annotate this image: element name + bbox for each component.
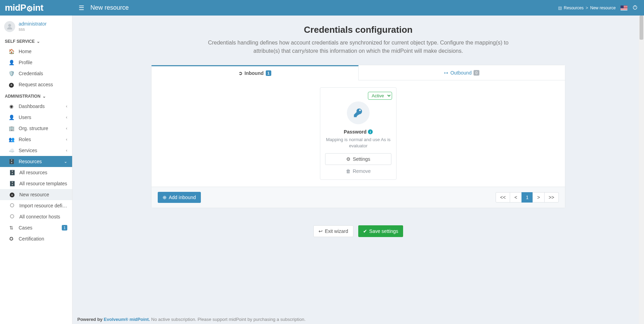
sidebar: administrator sss SELF SERVICE⌄ 🏠Home 👤P… xyxy=(0,16,72,324)
user-sub: sss xyxy=(19,27,47,32)
breadcrumb: ▤ Resources > New resource xyxy=(558,6,616,10)
svg-point-2 xyxy=(8,24,11,27)
app-header: midP⚙int ☰ New resource ▤ Resources > Ne… xyxy=(0,0,644,16)
tab-inbound-count: 1 xyxy=(266,70,271,76)
page-title: New resource xyxy=(90,4,129,11)
tab-outbound-count: 0 xyxy=(474,70,479,76)
sidebar-item-all-resources[interactable]: 🗄️All resources xyxy=(0,167,72,178)
locale-flag-icon[interactable] xyxy=(621,6,627,10)
mapping-card-password: Active Password i Mapping is normal and … xyxy=(320,87,397,180)
info-icon[interactable]: i xyxy=(368,129,373,134)
brand-logo[interactable]: midP⚙int xyxy=(0,0,72,16)
page-last[interactable]: >> xyxy=(544,192,559,203)
content: Credentials configuration Credentials ha… xyxy=(72,16,644,324)
mapping-status-select[interactable]: Active xyxy=(368,92,392,100)
breadcrumb-current: New resource xyxy=(590,6,616,10)
sidebar-item-import-def[interactable]: Import resource definit… xyxy=(0,200,72,211)
page-current[interactable]: 1 xyxy=(521,192,533,203)
page-prev[interactable]: < xyxy=(510,192,521,203)
save-settings-button[interactable]: ✔ Save settings xyxy=(358,225,403,237)
sidebar-item-roles[interactable]: 👥Roles‹ xyxy=(0,134,72,145)
menu-toggle-icon[interactable]: ☰ xyxy=(79,4,84,12)
chevron-left-icon: ‹ xyxy=(66,104,67,109)
tab-inbound[interactable]: ➲ Inbound 1 xyxy=(152,65,359,80)
chevron-left-icon: ‹ xyxy=(66,148,67,153)
check-icon: ✔ xyxy=(363,228,367,234)
sidebar-item-profile[interactable]: 👤Profile xyxy=(0,57,72,68)
sidebar-item-certification[interactable]: ✪Certification xyxy=(0,233,72,244)
mapping-settings-button[interactable]: ⚙ Settings xyxy=(325,153,391,165)
key-icon xyxy=(347,101,370,124)
scrollbar[interactable] xyxy=(639,16,644,324)
sidebar-item-request-access[interactable]: +Request access xyxy=(0,79,72,90)
nav-section-self-service[interactable]: SELF SERVICE⌄ xyxy=(0,36,72,46)
sidebar-item-resources[interactable]: 🗄️Resources⌄ xyxy=(0,156,72,167)
trash-icon: 🗑 xyxy=(346,168,351,174)
mappings-panel: ➲ Inbound 1 ↦ Outbound 0 Active xyxy=(151,65,565,208)
sidebar-item-new-resource[interactable]: +New resource xyxy=(0,189,72,200)
sidebar-item-dashboards[interactable]: ◉Dashboards‹ xyxy=(0,101,72,112)
exit-icon: ↩ xyxy=(319,228,323,234)
user-name: administrator xyxy=(19,21,47,27)
sidebar-item-home[interactable]: 🏠Home xyxy=(0,46,72,57)
wizard-title: Credentials configuration xyxy=(72,24,644,35)
mapping-subtitle: Mapping is normal and use As is evaluato… xyxy=(325,137,391,149)
sidebar-item-all-templates[interactable]: 🗄️All resource templates xyxy=(0,178,72,189)
plus-circle-icon: ⊕ xyxy=(163,195,167,200)
user-panel[interactable]: administrator sss xyxy=(0,16,72,36)
chevron-left-icon: ‹ xyxy=(66,126,67,131)
breadcrumb-icon: ▤ xyxy=(558,6,562,10)
sidebar-item-credentials[interactable]: 🛡️Credentials xyxy=(0,68,72,79)
nav-section-administration[interactable]: ADMINISTRATION⌄ xyxy=(0,90,72,101)
mapping-title: Password i xyxy=(344,129,373,135)
page-first[interactable]: << xyxy=(496,192,510,203)
tab-inbound-label: Inbound xyxy=(245,70,264,76)
breadcrumb-sep: > xyxy=(586,6,588,10)
mapping-remove-button[interactable]: 🗑 Remove xyxy=(325,165,391,175)
sidebar-item-org[interactable]: 🏢Org. structure‹ xyxy=(0,123,72,134)
chevron-down-icon: ⌄ xyxy=(64,159,67,164)
cases-badge: 1 xyxy=(62,225,67,230)
gear-icon: ⚙ xyxy=(346,156,351,162)
breadcrumb-root[interactable]: Resources xyxy=(564,6,584,10)
wizard-description: Credentials handling defines how account… xyxy=(203,39,514,55)
paginator: << < 1 > >> xyxy=(496,192,559,203)
avatar xyxy=(4,21,15,32)
chevron-left-icon: ‹ xyxy=(66,137,67,142)
exit-wizard-button[interactable]: ↩ Exit wizard xyxy=(313,225,353,237)
logout-icon[interactable] xyxy=(632,4,638,11)
footer: Powered by Evolveum® midPoint. No active… xyxy=(77,317,305,322)
inbound-icon: ➲ xyxy=(238,70,243,76)
chevron-down-icon: ⌄ xyxy=(42,94,46,99)
vendor-link[interactable]: Evolveum® midPoint. xyxy=(104,317,150,322)
page-next[interactable]: > xyxy=(533,192,544,203)
sidebar-item-services[interactable]: ☁️Services‹ xyxy=(0,145,72,156)
tab-outbound[interactable]: ↦ Outbound 0 xyxy=(359,65,565,80)
sidebar-item-users[interactable]: 👤Users‹ xyxy=(0,112,72,123)
chevron-left-icon: ‹ xyxy=(66,115,67,120)
tab-outbound-label: Outbound xyxy=(450,70,472,76)
outbound-icon: ↦ xyxy=(444,70,448,76)
add-inbound-button[interactable]: ⊕ Add inbound xyxy=(158,192,201,203)
sidebar-item-connector-hosts[interactable]: All connector hosts xyxy=(0,211,72,222)
sidebar-item-cases[interactable]: ⇅Cases1 xyxy=(0,222,72,233)
chevron-down-icon: ⌄ xyxy=(37,39,40,44)
